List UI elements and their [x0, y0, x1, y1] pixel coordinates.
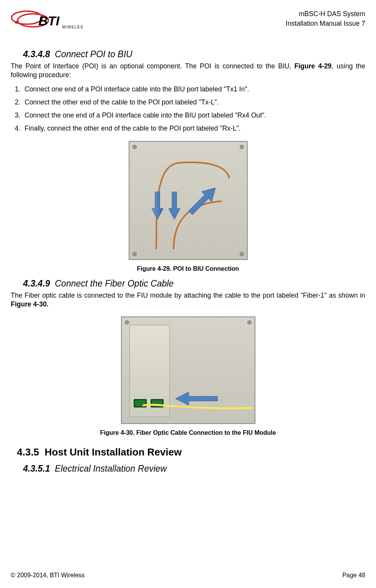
- svg-point-2: [15, 21, 18, 24]
- figure-4-29: [11, 141, 365, 262]
- body-figure-ref: Figure 4-30.: [11, 300, 48, 308]
- doc-system: mBSC-H DAS System: [286, 9, 365, 19]
- heading-4.3.4.8: 4.3.4.8 Connect POI to BIU: [23, 49, 365, 60]
- heading-title: Host Unit Installation Review: [45, 446, 182, 458]
- section1-steps: Connect one end of a POI interface cable…: [11, 85, 365, 133]
- footer-copyright: © 2009-2014, BTI Wireless: [11, 572, 84, 579]
- svg-text:WIRELESS: WIRELESS: [62, 25, 84, 29]
- screw-icon: [125, 320, 129, 325]
- heading-title: Connect the Fiber Optic Cable: [55, 278, 174, 288]
- arrow-diag-icon: [186, 188, 215, 217]
- figure-4-30-caption: Figure 4-30. Fiber Optic Cable Connectio…: [11, 429, 365, 436]
- page-header: BTI WIRELESS mBSC-H DAS System Installat…: [11, 8, 365, 34]
- heading-4.3.4.9: 4.3.4.9 Connect the Fiber Optic Cable: [23, 278, 365, 289]
- figure-4-30: [11, 316, 365, 426]
- body-figure-ref: Figure 4-29: [295, 62, 332, 70]
- doc-issue: Installation Manual Issue 7: [286, 19, 365, 28]
- heading-number: 4.3.4.9: [23, 278, 50, 288]
- heading-4.3.5.1: 4.3.5.1 Electrical Installation Review: [23, 464, 365, 474]
- figure-4-29-caption: Figure 4-29. POI to BIU Connection: [11, 265, 365, 272]
- heading-title: Electrical Installation Review: [55, 464, 167, 474]
- heading-number: 4.3.5: [17, 446, 39, 458]
- bti-logo-icon: BTI WIRELESS: [11, 10, 84, 32]
- body-prefix: The Fiber optic cable is connected to th…: [11, 292, 365, 299]
- figure-image-poi-biu: [129, 141, 248, 260]
- heading-number: 4.3.5.1: [23, 464, 50, 474]
- heading-title: Connect POI to BIU: [55, 49, 133, 59]
- arrow-left-icon: [176, 392, 218, 405]
- figure-image-fiber-fiu: [121, 316, 255, 424]
- section2-body: The Fiber optic cable is connected to th…: [11, 291, 365, 309]
- body-prefix: The Point of Interface (POI) is an optio…: [11, 62, 295, 70]
- heading-4.3.5: 4.3.5 Host Unit Installation Review: [17, 446, 365, 458]
- svg-text:BTI: BTI: [38, 13, 60, 28]
- arrow-down-icon: [169, 192, 180, 219]
- header-doc-info: mBSC-H DAS System Installation Manual Is…: [286, 8, 365, 28]
- footer-page-number: Page 48: [342, 572, 365, 579]
- step-item: Connect one end of a POI interface cable…: [22, 85, 365, 94]
- section1-body: The Point of Interface (POI) is an optio…: [11, 62, 365, 80]
- page-footer: © 2009-2014, BTI Wireless Page 48: [11, 572, 365, 579]
- step-item: Connect the other end of the cable to th…: [22, 98, 365, 107]
- logo: BTI WIRELESS: [11, 8, 84, 34]
- screw-icon: [247, 320, 252, 325]
- step-item: Connect the one end of a POI interface c…: [22, 111, 365, 120]
- heading-number: 4.3.4.8: [23, 49, 50, 59]
- arrow-down-icon: [152, 192, 163, 219]
- step-item: Finally, connect the other end of the ca…: [22, 124, 365, 133]
